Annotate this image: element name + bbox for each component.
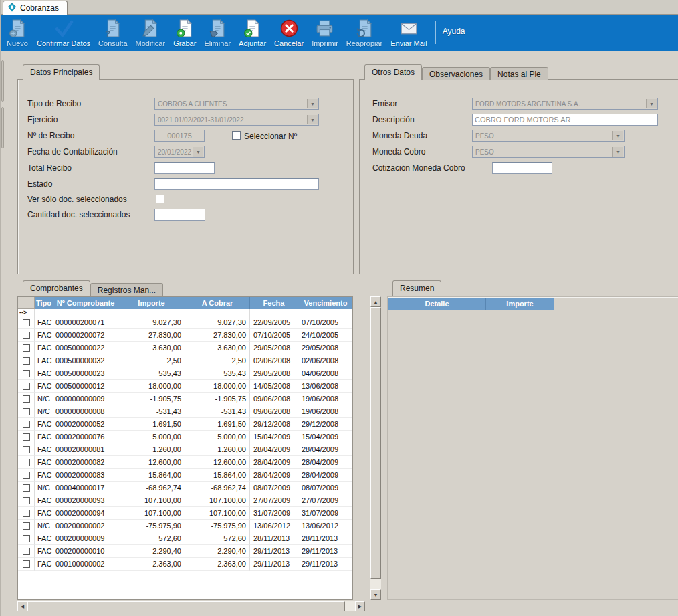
column-header-c2[interactable]: Nº Comprobante (53, 297, 118, 309)
row-select-cell[interactable] (18, 558, 35, 571)
vertical-scrollbar[interactable]: ▲ ▼ (370, 296, 381, 600)
ejercicio-select[interactable]: 0021 01/02/2021-31/01/2022 ▼ (154, 114, 319, 126)
scroll-up-icon[interactable]: ▲ (370, 296, 381, 307)
row-select-cell[interactable] (18, 393, 35, 405)
toolbar-button-cancelar[interactable]: Cancelar (270, 16, 308, 49)
toolbar-button-adjuntar[interactable]: Adjuntar (235, 16, 270, 49)
row-checkbox[interactable] (23, 459, 30, 466)
row-select-cell[interactable] (18, 469, 35, 482)
table-row[interactable]: FAC0005000000223.630,003.630,0029/05/200… (18, 342, 352, 354)
cotizacion-input[interactable] (492, 162, 552, 174)
row-checkbox[interactable] (23, 395, 30, 403)
row-select-cell[interactable] (18, 431, 35, 443)
toolbar-button-nuevo[interactable]: Nuevo (2, 16, 33, 49)
row-checkbox[interactable] (23, 433, 30, 441)
chevron-down-icon[interactable]: ▼ (193, 147, 203, 157)
scroll-right-icon[interactable]: ▶ (355, 601, 365, 611)
row-select-cell[interactable] (18, 316, 35, 329)
toolbar-button-eliminar[interactable]: Eliminar (200, 16, 235, 49)
tipo-recibo-select[interactable]: COBROS A CLIENTES ▼ (154, 98, 319, 110)
row-checkbox[interactable] (23, 357, 30, 365)
seleccionar-numero-checkbox[interactable] (232, 131, 241, 140)
table-row[interactable]: FAC000200000009572,60572,6028/11/201328/… (18, 532, 352, 545)
row-checkbox[interactable] (23, 344, 30, 352)
table-row[interactable]: N/C000200000002-75.975,90-75.975,9013/06… (18, 520, 352, 532)
moneda-deuda-select[interactable]: PESO ▼ (472, 130, 625, 142)
resumen-column-header-rc0[interactable]: Detalle (388, 298, 486, 310)
row-checkbox[interactable] (23, 535, 30, 542)
table-row[interactable]: FAC0005000000322,502,5002/06/200802/06/2… (18, 354, 352, 367)
tab-observaciones[interactable]: Observaciones (422, 67, 490, 80)
moneda-cobro-select[interactable]: PESO ▼ (472, 146, 625, 158)
row-checkbox[interactable] (23, 472, 30, 479)
chevron-down-icon[interactable]: ▼ (307, 115, 318, 124)
tab-registros-manuales[interactable]: Registros Man... (90, 283, 163, 296)
window-tab-cobranzas[interactable]: Cobranzas (3, 1, 68, 15)
tab-notas-al-pie[interactable]: Notas al Pie (490, 67, 548, 80)
row-select-cell[interactable] (18, 354, 35, 367)
row-checkbox[interactable] (23, 370, 30, 377)
table-row[interactable]: FAC00050000001218.000,0018.000,0014/05/2… (18, 380, 352, 393)
row-select-cell[interactable] (18, 456, 35, 469)
descripcion-input[interactable] (472, 114, 658, 126)
row-select-cell[interactable] (18, 532, 35, 545)
row-checkbox[interactable] (23, 510, 30, 517)
horizontal-scrollbar-thumb[interactable] (27, 601, 345, 611)
tab-resumen[interactable]: Resumen (392, 280, 441, 296)
table-row[interactable]: FAC000020000093107.100,00107.100,0027/07… (18, 494, 352, 507)
toolbar-button-enviar-mail[interactable]: Enviar Mail (386, 16, 431, 49)
row-checkbox[interactable] (23, 548, 30, 555)
emisor-select[interactable]: FORD MOTORS ARGENTINA S.A. ▼ (472, 98, 658, 110)
toolbar-button-grabar[interactable]: Grabar (169, 16, 200, 49)
table-row[interactable]: N/C000000000009-1.905,75-1.905,7509/06/2… (18, 393, 352, 405)
chevron-down-icon[interactable]: ▼ (612, 131, 623, 140)
toolbar-button-consulta[interactable]: ?Consulta (94, 16, 131, 49)
row-select-cell[interactable] (18, 418, 35, 431)
table-row[interactable]: FAC0000200000765.000,005.000,0015/04/200… (18, 431, 352, 443)
row-select-cell[interactable] (18, 507, 35, 520)
row-select-cell[interactable] (18, 443, 35, 456)
scroll-left-icon[interactable]: ◀ (17, 601, 27, 611)
row-checkbox[interactable] (23, 522, 30, 530)
row-checkbox[interactable] (23, 560, 30, 568)
row-checkbox[interactable] (23, 497, 30, 504)
table-row[interactable]: FAC0002000000102.290,402.290,4029/11/201… (18, 545, 352, 558)
row-checkbox[interactable] (23, 484, 30, 492)
chevron-down-icon[interactable]: ▼ (646, 99, 657, 108)
new-record-row[interactable]: --> (18, 309, 352, 316)
scroll-down-icon[interactable]: ▼ (370, 589, 381, 600)
row-select-cell[interactable] (18, 405, 35, 418)
row-select-cell[interactable] (18, 342, 35, 354)
row-select-cell[interactable] (18, 545, 35, 558)
horizontal-scrollbar[interactable]: ◀ ▶ (17, 601, 365, 611)
row-select-cell[interactable] (18, 367, 35, 380)
column-header-c3[interactable]: Importe (118, 297, 185, 309)
total-recibo-input[interactable] (154, 162, 215, 174)
table-row[interactable]: FAC00002000008315.864,0015.864,0028/04/2… (18, 469, 352, 482)
tab-otros-datos[interactable]: Otros Datos (364, 64, 422, 80)
toolbar-button-modificar[interactable]: Modificar (132, 16, 170, 49)
vertical-scrollbar-thumb[interactable] (370, 307, 381, 579)
cantidad-doc-input[interactable] (154, 209, 205, 221)
table-row[interactable]: FAC0000200000521.691,501.691,5029/12/200… (18, 418, 352, 431)
column-header-c1[interactable]: Tipo (35, 297, 53, 309)
toolbar-button-reapropiar[interactable]: Reapropiar (342, 16, 386, 49)
table-row[interactable]: FAC00000020007227.830,0027.830,0007/10/2… (18, 329, 352, 342)
help-button[interactable]: Ayuda (441, 16, 471, 49)
tab-datos-principales[interactable]: Datos Principales (23, 64, 100, 80)
row-checkbox[interactable] (23, 319, 30, 326)
row-select-cell[interactable] (18, 482, 35, 494)
table-row[interactable]: N/C000040000017-68.962,74-68.962,7408/07… (18, 482, 352, 494)
row-select-cell[interactable] (18, 520, 35, 532)
table-row[interactable]: FAC000020000094107.100,00107.100,0031/07… (18, 507, 352, 520)
table-row[interactable]: FAC000500000023535,43535,4329/05/200804/… (18, 367, 352, 380)
table-row[interactable]: FAC0000200000811.260,001.260,0028/04/200… (18, 443, 352, 456)
estado-input[interactable] (154, 178, 319, 190)
tab-comprobantes[interactable]: Comprobantes (23, 280, 90, 296)
resumen-column-header-rc1[interactable]: Importe (486, 298, 554, 310)
row-checkbox[interactable] (23, 383, 30, 390)
row-checkbox[interactable] (23, 446, 30, 453)
toolbar-button-confirmar[interactable]: Confirmar Datos (33, 16, 94, 49)
numero-recibo-input[interactable] (154, 130, 205, 142)
row-select-cell[interactable] (18, 494, 35, 507)
